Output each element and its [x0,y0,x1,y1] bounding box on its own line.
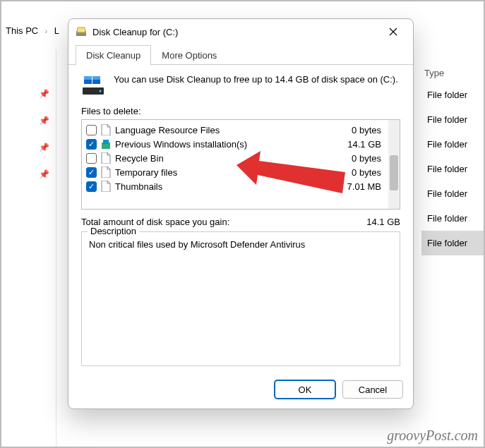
breadcrumb-segment[interactable]: L [54,25,59,36]
dialog-titlebar[interactable]: Disk Cleanup for (C:) [68,19,413,44]
ok-button[interactable]: OK [275,380,335,399]
info-row: You can use Disk Cleanup to free up to 1… [81,73,400,97]
file-row[interactable]: Recycle Bin 0 bytes [86,151,384,165]
files-listbox: Language Resource Files 0 bytes ✓ Previo… [81,119,400,210]
checkbox[interactable] [86,153,97,164]
svg-point-2 [100,90,102,92]
cancel-button[interactable]: Cancel [342,380,403,399]
pin-icon: 📌 [39,89,49,99]
description-legend: Description [88,226,139,236]
file-row[interactable]: ✓ Previous Windows installation(s) 14.1 … [86,137,384,151]
checkbox[interactable]: ✓ [86,181,97,192]
checkbox[interactable] [86,125,97,135]
total-value: 14.1 GB [366,217,400,227]
file-row[interactable]: Language Resource Files 0 bytes [86,123,384,137]
chevron-right-icon: › [45,28,47,35]
breadcrumb[interactable]: This PC › L [6,25,59,36]
close-button[interactable] [381,23,406,41]
explorer-type-column: Type File folder File folder File folder… [421,63,485,420]
list-item[interactable]: File folder [421,206,485,231]
document-icon [101,181,111,192]
pin-icon: 📌 [39,143,49,152]
tab-disk-cleanup[interactable]: Disk Cleanup [76,45,151,65]
list-item[interactable]: File folder [421,157,485,181]
svg-rect-6 [92,76,100,80]
dialog-title: Disk Cleanup for (C:) [92,27,375,37]
list-item[interactable]: File folder [421,132,485,157]
windows-upgrade-icon [101,138,111,150]
tab-more-options[interactable]: More Options [151,45,227,65]
file-size: 14.1 GB [347,139,384,150]
checkbox[interactable]: ✓ [86,167,97,178]
document-icon [101,167,111,178]
drive-icon [81,73,105,97]
file-name: Temporary files [115,167,347,178]
svg-rect-8 [103,140,109,144]
file-row[interactable]: ✓ Temporary files 0 bytes [86,165,384,179]
svg-rect-5 [84,76,92,80]
disk-cleanup-icon [76,26,87,37]
files-to-delete-label: Files to delete: [81,106,400,116]
info-text: You can use Disk Cleanup to free up to 1… [114,73,398,97]
pin-icon: 📌 [39,116,49,126]
description-group: Description Non critical files used by M… [81,231,400,366]
watermark: groovyPost.com [387,428,478,444]
file-row[interactable]: ✓ Thumbnails 7.01 MB [86,179,384,193]
list-item[interactable]: File folder [421,181,485,206]
column-header-type[interactable]: Type [421,63,485,83]
list-item[interactable]: File folder [421,107,485,132]
file-name: Language Resource Files [115,125,347,135]
document-icon [101,124,111,135]
dialog-footer: OK Cancel [68,373,413,408]
vertical-scrollbar[interactable] [388,120,400,209]
file-size: 0 bytes [352,153,384,164]
explorer-sidebar: 📌 📌 📌 📌 [0,49,56,448]
dialog-body: You can use Disk Cleanup to free up to 1… [68,65,413,373]
file-size: 0 bytes [352,125,384,135]
list-item[interactable]: File folder [421,231,485,255]
pin-icon: 📌 [39,169,49,179]
list-item[interactable]: File folder [421,83,485,107]
scrollbar-thumb[interactable] [390,155,398,190]
checkbox[interactable]: ✓ [86,139,97,150]
breadcrumb-segment[interactable]: This PC [6,25,38,36]
file-name: Thumbnails [115,181,343,192]
file-size: 0 bytes [352,167,384,178]
files-list[interactable]: Language Resource Files 0 bytes ✓ Previo… [82,120,388,209]
file-name: Recycle Bin [115,153,347,164]
document-icon [101,152,111,164]
file-name: Previous Windows installation(s) [115,139,343,150]
file-size: 7.01 MB [347,181,384,192]
disk-cleanup-dialog: Disk Cleanup for (C:) Disk Cleanup More … [68,18,414,409]
tab-strip: Disk Cleanup More Options [68,44,413,65]
description-text: Non critical files used by Microsoft Def… [89,239,393,250]
